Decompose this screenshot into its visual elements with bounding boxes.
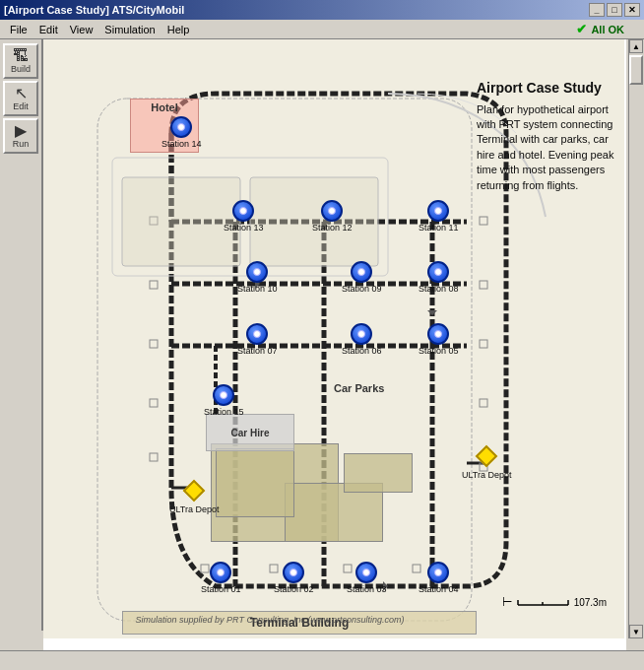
tool-edit-label: Edit — [13, 101, 29, 111]
svg-rect-26 — [480, 399, 487, 407]
depot-1-label: ULTra Depot — [169, 504, 220, 514]
scrollbar-vertical[interactable]: ▲ ▼ — [628, 39, 644, 638]
station-09: Station 09 — [342, 261, 382, 294]
svg-rect-23 — [480, 217, 487, 225]
tool-build[interactable]: 🏗 Build — [3, 43, 38, 79]
menu-help[interactable]: Help — [161, 22, 196, 37]
depot-1: ULTra Depot — [169, 483, 220, 514]
depot-2: ULTra Depot — [462, 448, 512, 480]
building-3 — [344, 453, 413, 493]
svg-rect-18 — [150, 453, 158, 461]
car-hire-box: Car Hire — [206, 414, 294, 451]
station-08: Station 08 — [419, 261, 459, 294]
station-03: Station 03 — [347, 562, 387, 594]
station-05-label: Station 05 — [419, 346, 459, 356]
hotel-label: Hotel — [151, 101, 178, 113]
station-10-label: Station 10 — [237, 284, 278, 294]
menu-file[interactable]: File — [4, 22, 33, 37]
station-03-label: Station 03 — [347, 584, 387, 594]
station-04-label: Station 04 — [419, 584, 459, 594]
station-15-label: Station 15 — [204, 407, 244, 417]
scroll-up[interactable]: ▲ — [629, 39, 643, 53]
close-button[interactable]: ✕ — [624, 3, 640, 17]
station-14: Station 14 — [161, 116, 202, 149]
station-14-label: Station 14 — [161, 139, 202, 149]
carparks-label: Car Parks — [334, 382, 384, 394]
tool-edit[interactable]: ↖ Edit — [3, 81, 38, 116]
tool-run[interactable]: ▶ Run — [3, 118, 38, 154]
main-area: Hotel Car Hire Car Parks Terminal Buildi… — [43, 39, 626, 650]
edit-icon: ↖ — [15, 86, 28, 101]
station-12-label: Station 12 — [312, 223, 353, 233]
station-13-label: Station 13 — [224, 223, 264, 233]
window-title: [Airport Case Study] ATS/CityMobil — [4, 4, 184, 16]
station-05: Station 05 — [419, 323, 459, 356]
allok-area: ✔ All OK — [576, 22, 624, 36]
station-11: Station 11 — [419, 200, 459, 233]
build-icon: 🏗 — [13, 48, 29, 64]
svg-rect-17 — [150, 399, 158, 407]
simulation-credit: Simulation supplied by PRT Consulting, I… — [93, 613, 447, 625]
maximize-button[interactable]: □ — [607, 3, 622, 17]
station-11-label: Station 11 — [419, 223, 459, 233]
station-02-label: Station 02 — [274, 584, 314, 594]
info-panel: Airport Case Study Plan for hypothetical… — [477, 79, 622, 193]
tool-run-label: Run — [13, 139, 30, 149]
menu-bar: File Edit View Simulation Help ✔ All OK — [0, 20, 644, 39]
car-hire-label: Car Hire — [231, 428, 270, 438]
run-icon: ▶ — [15, 123, 27, 139]
minimize-button[interactable]: _ — [589, 3, 605, 17]
station-10: Station 10 — [237, 261, 278, 294]
title-bar: [Airport Case Study] ATS/CityMobil _ □ ✕ — [0, 0, 644, 20]
scroll-thumb[interactable] — [629, 55, 643, 85]
svg-rect-29 — [122, 177, 240, 266]
menu-simulation[interactable]: Simulation — [98, 22, 161, 37]
station-06: Station 06 — [342, 323, 382, 356]
station-09-label: Station 09 — [342, 284, 382, 294]
depot-2-label: ULTra Depot — [462, 470, 512, 480]
building-4 — [216, 448, 294, 517]
station-02: Station 02 — [274, 562, 314, 594]
tool-build-label: Build — [11, 64, 31, 74]
station-01: Station 01 — [201, 562, 241, 594]
menu-view[interactable]: View — [64, 22, 99, 37]
station-01-label: Station 01 — [201, 584, 241, 594]
scroll-down[interactable]: ▼ — [629, 625, 643, 638]
svg-rect-24 — [480, 281, 487, 289]
toolbar: 🏗 Build ↖ Edit ▶ Run — [0, 39, 43, 631]
map-container[interactable]: Hotel Car Hire Car Parks Terminal Buildi… — [43, 39, 624, 638]
station-07: Station 07 — [237, 323, 278, 356]
scale-bar: ⊢ 107.3m — [502, 595, 607, 609]
scale-line-container — [516, 595, 570, 609]
info-title: Airport Case Study — [477, 79, 622, 99]
station-04: Station 04 — [419, 562, 459, 594]
allok-label: All OK — [591, 24, 624, 35]
allok-check: ✔ — [576, 22, 587, 36]
svg-rect-15 — [150, 281, 158, 289]
station-13: Station 13 — [224, 200, 264, 233]
station-06-label: Station 06 — [342, 346, 382, 356]
svg-rect-16 — [150, 340, 158, 348]
info-text: Plan for hypothetical airport with PRT s… — [477, 102, 622, 193]
svg-rect-25 — [480, 340, 487, 348]
title-bar-buttons: _ □ ✕ — [589, 3, 640, 17]
scale-label: 107.3m — [574, 597, 607, 608]
station-15: Station 15 — [204, 384, 244, 417]
menu-edit[interactable]: Edit — [33, 22, 64, 37]
station-12: Station 12 — [312, 200, 353, 233]
status-bar — [0, 650, 644, 670]
station-07-label: Station 07 — [237, 346, 278, 356]
station-08-label: Station 08 — [419, 284, 459, 294]
svg-marker-13 — [427, 310, 437, 315]
